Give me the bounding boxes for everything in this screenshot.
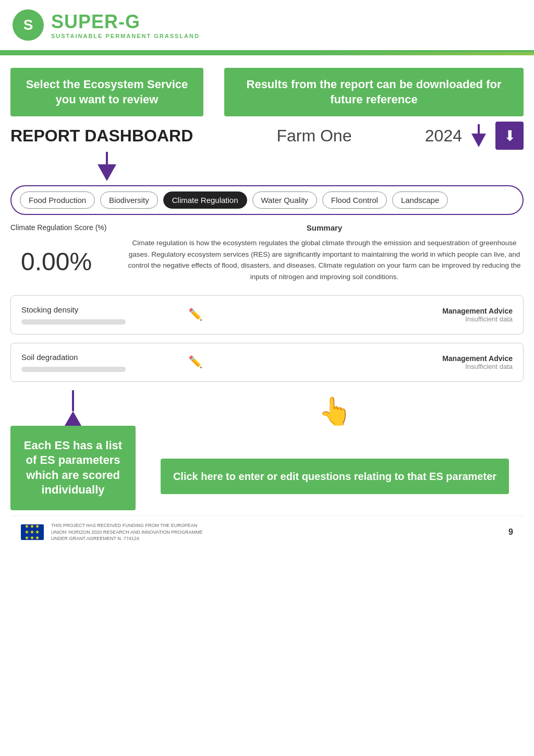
score-label: Climate Regulation Score (%) <box>10 223 125 232</box>
logo-sub: SUSTAINABLE PERMANENT GRASSLAND <box>51 33 200 39</box>
tabs-container: Food ProductionBiodiversityClimate Regul… <box>10 185 524 215</box>
param-card-0: Stocking density ✏️ Management Advice In… <box>10 295 524 334</box>
param-edit-icon-1[interactable]: ✏️ <box>188 355 202 369</box>
param-advice-title-0: Management Advice <box>223 307 513 315</box>
footer-left: ★★★★★★★★★ This project has received fund… <box>21 522 208 542</box>
param-advice-sub-1: Insufficient data <box>223 363 513 370</box>
eu-flag-icon: ★★★★★★★★★ <box>21 524 44 540</box>
select-es-callout: Select the Ecosystem Service you want to… <box>10 68 203 116</box>
dashboard-title: REPORT DASHBOARD <box>10 126 203 146</box>
arrow-up-left <box>65 411 81 426</box>
param-bar-1 <box>21 367 126 372</box>
download-icon: ⬇ <box>504 127 516 145</box>
download-button[interactable]: ⬇ <box>495 122 524 150</box>
score-value: 0.00% <box>10 247 125 276</box>
footer: ★★★★★★★★★ This project has received fund… <box>10 515 524 548</box>
year-download-area: 2024 ⬇ <box>425 122 524 150</box>
dashboard-row: REPORT DASHBOARD Farm One 2024 ⬇ <box>10 122 524 150</box>
param-advice-0: Management Advice Insufficient data <box>223 307 513 323</box>
arrow-line-right <box>478 124 480 134</box>
footer-funding-text: This project has received funding from t… <box>51 522 208 542</box>
results-download-callout: Results from the report can be downloade… <box>224 68 524 116</box>
footer-page-number: 9 <box>508 527 513 537</box>
param-title-0: Stocking density <box>21 305 167 314</box>
logo-main: SUPER-G <box>51 11 200 33</box>
tab-food-production[interactable]: Food Production <box>20 191 95 209</box>
tab-landscape[interactable]: Landscape <box>392 191 448 209</box>
vert-line-left <box>106 152 108 164</box>
arrows-row <box>10 152 524 181</box>
param-left-0: Stocking density <box>21 305 167 325</box>
param-advice-1: Management Advice Insufficient data <box>223 354 513 370</box>
top-callouts: Select the Ecosystem Service you want to… <box>10 68 524 116</box>
logo-text: SUPER-G SUSTAINABLE PERMANENT GRASSLAND <box>51 11 200 39</box>
tab-water-quality[interactable]: Water Quality <box>252 191 317 209</box>
param-left-1: Soil degradation <box>21 353 167 372</box>
bottom-callouts-row: Each ES has a list of ES parameters whic… <box>10 390 524 510</box>
param-advice-title-1: Management Advice <box>223 354 513 363</box>
param-title-1: Soil degradation <box>21 353 167 362</box>
cursor-area: 👆 <box>318 390 352 427</box>
arrow-right-col <box>203 152 524 181</box>
year-label: 2024 <box>425 126 462 146</box>
logo-icon: S <box>13 9 44 41</box>
param-bar-0 <box>21 319 126 325</box>
summary-text: Cimate regulation is how the ecosystem r… <box>125 237 524 282</box>
header: S SUPER-G SUSTAINABLE PERMANENT GRASSLAN… <box>0 0 534 52</box>
score-col: Climate Regulation Score (%) 0.00% <box>10 223 125 282</box>
main-content: Select the Ecosystem Service you want to… <box>0 55 534 561</box>
eu-stars: ★★★★★★★★★ <box>25 523 40 541</box>
tab-climate-regulation[interactable]: Climate Regulation <box>163 191 247 209</box>
cursor-icon: 👆 <box>318 395 352 427</box>
summary-col: Summary Cimate regulation is how the eco… <box>125 223 524 282</box>
farm-name: Farm One <box>203 126 425 146</box>
param-advice-sub-0: Insufficient data <box>223 315 513 323</box>
summary-label: Summary <box>125 223 524 232</box>
param-edit-icon-0[interactable]: ✏️ <box>188 308 202 321</box>
param-card-1: Soil degradation ✏️ Management Advice In… <box>10 343 524 382</box>
tab-flood-control[interactable]: Flood Control <box>322 191 387 209</box>
arrow-down-right <box>471 134 486 147</box>
arrow-down-left <box>98 164 116 181</box>
parameters-list: Stocking density ✏️ Management Advice In… <box>10 295 524 382</box>
each-es-callout: Each ES has a list of ES parameters whic… <box>10 426 136 510</box>
vert-line-bottom-left <box>72 390 74 411</box>
score-summary-row: Climate Regulation Score (%) 0.00% Summa… <box>10 223 524 282</box>
tab-biodiversity[interactable]: Biodiversity <box>100 191 158 209</box>
click-here-callout[interactable]: Click here to enter or edit questions re… <box>161 459 509 494</box>
arrow-left-col <box>10 152 203 181</box>
